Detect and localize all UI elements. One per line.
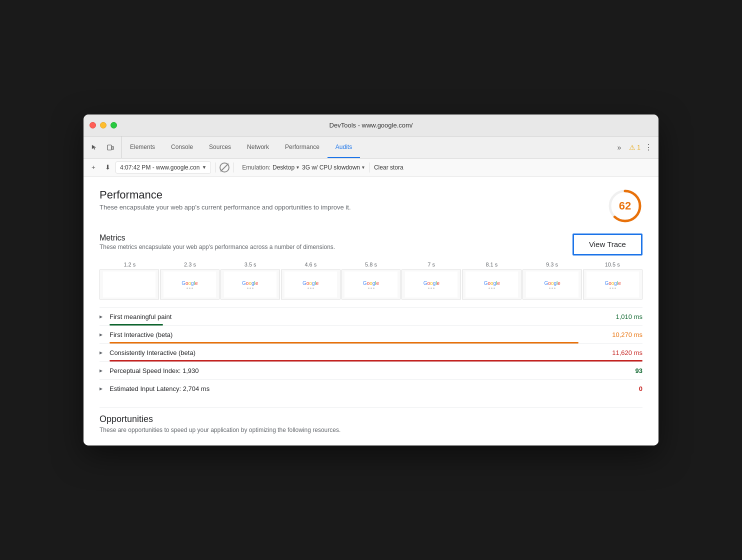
tab-performance[interactable]: Performance bbox=[277, 136, 328, 158]
thumbnail-inner-7: Google bbox=[526, 272, 578, 298]
devtools-window: DevTools - www.google.com/ Elements Cons bbox=[84, 114, 658, 446]
tab-icons bbox=[84, 136, 122, 158]
tick-3: 4.6 s bbox=[280, 262, 341, 268]
minimize-button[interactable] bbox=[100, 122, 106, 128]
tab-elements[interactable]: Elements bbox=[122, 136, 163, 158]
thumbnail-4: Google bbox=[342, 270, 401, 300]
metric-value-0: 1,010 ms bbox=[616, 313, 642, 320]
opportunities-section: Opportunities These are opportunities to… bbox=[100, 408, 642, 434]
metric-name-4: Estimated Input Latency: 2,704 ms bbox=[110, 385, 628, 392]
tick-4: 5.8 s bbox=[341, 262, 402, 268]
thumbnail-2: Google bbox=[220, 270, 280, 300]
thumbnail-5: Google bbox=[402, 270, 461, 300]
thumbnail-6: Google bbox=[462, 270, 522, 300]
thumb-searchbar-6 bbox=[488, 288, 495, 289]
svg-rect-0 bbox=[108, 145, 112, 150]
opportunities-title: Opportunities bbox=[100, 414, 642, 424]
tab-audits[interactable]: Audits bbox=[328, 136, 360, 158]
separator-3 bbox=[370, 162, 370, 172]
metric-row-first-paint: ▶ First meaningful paint 1,010 ms bbox=[100, 308, 642, 326]
metric-row-consistent-interactive: ▶ Consistently Interactive (beta) 11,620… bbox=[100, 344, 642, 362]
thumb-searchbar-3 bbox=[308, 288, 314, 289]
download-icon[interactable]: ⬇ bbox=[102, 162, 114, 174]
metric-name-3: Perceptual Speed Index: 1,930 bbox=[110, 367, 628, 374]
thumbnail-0 bbox=[100, 270, 159, 300]
google-logo-6: Google bbox=[484, 280, 500, 286]
metrics-header-text: Metrics These metrics encapsulate your w… bbox=[100, 234, 335, 250]
performance-header-text: Performance These encapsulate your web a… bbox=[100, 188, 351, 211]
performance-score-circle: 62 bbox=[608, 188, 642, 224]
google-logo-8: Google bbox=[604, 280, 620, 286]
thumbnail-7: Google bbox=[522, 270, 582, 300]
metric-row-speed-index: ▶ Perceptual Speed Index: 1,930 93 bbox=[100, 362, 642, 380]
view-trace-container: View Trace bbox=[572, 234, 642, 256]
kebab-menu-button[interactable]: ⋮ bbox=[642, 140, 654, 154]
desktop-select[interactable]: Desktop ▼ bbox=[272, 164, 300, 171]
cursor-icon[interactable] bbox=[88, 140, 102, 154]
google-logo-5: Google bbox=[424, 280, 440, 286]
thumbnail-8: Google bbox=[583, 270, 642, 300]
metric-score-4: 0 bbox=[632, 385, 642, 392]
metrics-section: Metrics These metrics encapsulate your w… bbox=[100, 234, 642, 398]
metric-value-1: 10,270 ms bbox=[612, 331, 642, 338]
close-button[interactable] bbox=[90, 122, 96, 128]
tab-console[interactable]: Console bbox=[163, 136, 201, 158]
add-button[interactable]: + bbox=[88, 162, 100, 174]
tab-sources[interactable]: Sources bbox=[201, 136, 239, 158]
thumb-searchbar bbox=[186, 288, 193, 289]
clear-storage-label[interactable]: Clear stora bbox=[374, 164, 404, 171]
opportunities-description: These are opportunities to speed up your… bbox=[100, 426, 642, 434]
metric-name-1: First Interactive (beta) bbox=[110, 331, 608, 338]
maximize-button[interactable] bbox=[110, 122, 117, 128]
metric-toggle-0[interactable]: ▶ bbox=[100, 314, 106, 319]
devtools-tabs: Elements Console Sources Network Perform… bbox=[84, 136, 658, 158]
warning-badge: ⚠ 1 bbox=[629, 144, 640, 152]
desktop-dropdown-icon: ▼ bbox=[296, 165, 300, 170]
more-tabs-button[interactable]: » bbox=[614, 136, 626, 158]
metrics-description: These metrics encapsulate your web app's… bbox=[100, 244, 335, 250]
tick-1: 2.3 s bbox=[160, 262, 220, 268]
metric-toggle-1[interactable]: ▶ bbox=[100, 332, 106, 337]
separator-2 bbox=[234, 162, 234, 172]
metric-row-input-latency: ▶ Estimated Input Latency: 2,704 ms 0 bbox=[100, 380, 642, 398]
metric-score-3: 93 bbox=[632, 367, 642, 374]
performance-description: These encapsulate your web app's current… bbox=[100, 204, 351, 211]
tabs-list: Elements Console Sources Network Perform… bbox=[122, 136, 614, 158]
timeline-section: 1.2 s 2.3 s 3.5 s 4.6 s 5.8 s 7 s 8.1 s … bbox=[100, 262, 642, 300]
main-content: Performance These encapsulate your web a… bbox=[84, 176, 658, 446]
tab-right: ⚠ 1 ⋮ bbox=[625, 136, 658, 158]
block-icon[interactable] bbox=[220, 162, 230, 172]
thumb-searchbar-2 bbox=[247, 288, 254, 289]
devtools-toolbar: + ⬇ 4:07:42 PM - www.google.con ▼ Emulat… bbox=[84, 158, 658, 176]
thumbnail-inner-2: Google bbox=[224, 272, 276, 298]
url-input[interactable]: 4:07:42 PM - www.google.con ▼ bbox=[116, 162, 211, 174]
metric-name-0: First meaningful paint bbox=[110, 313, 612, 320]
network-select[interactable]: 3G w/ CPU slowdown ▼ bbox=[302, 164, 366, 171]
device-icon[interactable] bbox=[104, 140, 118, 154]
tick-7: 9.3 s bbox=[522, 262, 582, 268]
window-title: DevTools - www.google.com/ bbox=[330, 122, 413, 129]
warning-icon: ⚠ bbox=[629, 144, 636, 152]
metric-toggle-2[interactable]: ▶ bbox=[100, 350, 106, 355]
metric-name-2: Consistently Interactive (beta) bbox=[110, 349, 608, 356]
google-logo-3: Google bbox=[302, 280, 318, 286]
network-dropdown-icon: ▼ bbox=[361, 165, 366, 170]
metrics-title: Metrics bbox=[100, 234, 335, 242]
thumbnail-inner-1: Google bbox=[164, 272, 216, 298]
metric-row-first-interactive: ▶ First Interactive (beta) 10,270 ms bbox=[100, 326, 642, 344]
metric-rows: ▶ First meaningful paint 1,010 ms ▶ Firs… bbox=[100, 308, 642, 398]
svg-rect-1 bbox=[112, 146, 114, 150]
thumbnail-inner-5: Google bbox=[405, 272, 458, 298]
title-bar: DevTools - www.google.com/ bbox=[84, 114, 658, 136]
thumbnail-inner-0 bbox=[103, 272, 156, 298]
emulation-section: Emulation: Desktop ▼ 3G w/ CPU slowdown … bbox=[238, 164, 366, 171]
metric-toggle-4[interactable]: ▶ bbox=[100, 386, 106, 391]
thumb-searchbar-7 bbox=[549, 288, 556, 289]
tab-network[interactable]: Network bbox=[239, 136, 277, 158]
view-trace-button[interactable]: View Trace bbox=[589, 240, 626, 248]
separator bbox=[215, 162, 216, 172]
metric-toggle-3[interactable]: ▶ bbox=[100, 368, 106, 373]
metric-value-2: 11,620 ms bbox=[612, 349, 642, 356]
performance-section-header: Performance These encapsulate your web a… bbox=[100, 188, 642, 224]
tick-0: 1.2 s bbox=[100, 262, 160, 268]
